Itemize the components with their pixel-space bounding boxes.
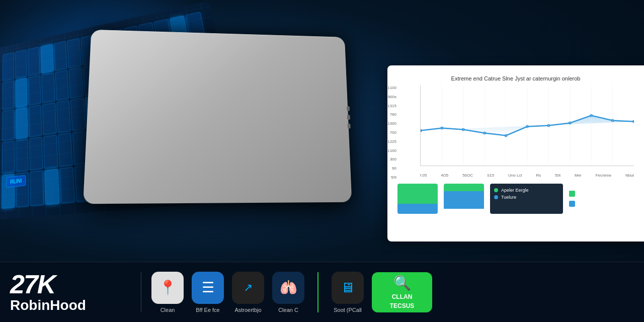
legend-dot-blue	[494, 195, 498, 199]
cta-button[interactable]: 🔍 CLLAN TECSUS	[372, 272, 432, 312]
keyboard-key	[16, 107, 28, 139]
keyboard-key	[15, 77, 27, 108]
bar-bottom-2	[444, 191, 484, 209]
keyboard-key	[40, 44, 53, 73]
app-label-clean-c: Clean C	[278, 307, 298, 313]
legend-right: — Slur — SEVURS	[569, 184, 634, 214]
legend-item-slur: — Slur	[569, 191, 634, 197]
keyboard-key	[30, 171, 44, 206]
tablet-ports	[347, 106, 351, 128]
brand-divider	[141, 272, 141, 312]
keyboard-key	[15, 49, 27, 78]
cta-text-line1: CLLAN	[392, 293, 413, 300]
keyboard-key	[56, 100, 71, 133]
chart-bar-2	[444, 184, 484, 214]
app-label-soot: Soot (PCall	[334, 307, 362, 313]
tablet-port-2	[347, 115, 350, 120]
chart-svg	[421, 86, 634, 166]
apps-row: 📍 Clean ☰ Bff Ee fce ↗ Astroertbjo 🫁 Cle…	[151, 272, 634, 313]
cta-icon: 🔍	[393, 275, 411, 291]
keyboard-key	[53, 41, 67, 71]
app-item-bff[interactable]: ☰ Bff Ee fce	[192, 272, 224, 313]
app-item-clean[interactable]: 📍 Clean	[151, 272, 184, 313]
legend-color-slur	[569, 191, 575, 197]
keyboard-key	[3, 80, 14, 110]
svg-point-0	[421, 129, 422, 132]
app-label-bff: Bff Ee fce	[196, 307, 220, 313]
astro-icon-symbol: ↗	[244, 281, 253, 294]
chart-x-labels: f.05 4O5 50OC S15 Uno Lct Rs 50t Mer Fec…	[420, 171, 634, 180]
bar-bottom-1	[397, 204, 438, 214]
apps-separator	[317, 272, 318, 312]
bar-top-2	[444, 184, 484, 191]
keyboard-key	[2, 110, 14, 141]
keyboard-key	[55, 70, 69, 101]
app-label-astro: Astroertbjo	[234, 307, 261, 313]
tablet-port-3	[348, 124, 351, 129]
tablet-port-1	[347, 106, 350, 111]
cta-text-line2: TECSUS	[390, 302, 415, 309]
brand-number: 27K	[10, 271, 111, 297]
brand-section: 27K RobinHood	[10, 271, 111, 313]
soot-icon-symbol: 🖥	[341, 279, 355, 296]
tablet-device-image	[83, 30, 352, 204]
keyboard-key	[16, 139, 29, 173]
keyboard-key	[28, 47, 40, 76]
legend-row-2: Tuelure	[494, 195, 559, 200]
bff-icon-symbol: ☰	[202, 279, 214, 296]
chart-legend: Apeler Eergle Tuelure	[490, 184, 563, 214]
keyboard-key	[2, 141, 15, 174]
app-item-soot[interactable]: 🖥 Soot (PCall	[332, 272, 364, 313]
legend-color-sevurs	[569, 201, 575, 207]
legend-item-sevurs: — SEVURS	[569, 201, 634, 207]
app-icon-bff: ☰	[192, 272, 224, 304]
keyboard-key	[3, 52, 14, 81]
keyboard-key	[70, 98, 86, 131]
chart-area	[420, 86, 634, 166]
chart-title: Extreme end Catrue Slne Jyst ar caternur…	[397, 75, 634, 82]
keyboard-key	[29, 105, 42, 137]
keyboard-key	[68, 67, 84, 99]
keyboard-key	[41, 72, 55, 104]
keyboard-key	[59, 167, 75, 203]
keyboard-key	[44, 169, 59, 205]
app-icon-clean: 📍	[151, 272, 184, 304]
legend-label-1: Apeler Eergle	[501, 188, 529, 193]
clean-icon-symbol: 📍	[159, 279, 177, 296]
legend-text-sevurs: — SEVURS	[578, 201, 605, 207]
keyboard-key	[42, 103, 56, 135]
keyboard-key	[28, 75, 41, 106]
legend-dot-green	[494, 188, 498, 192]
app-item-clean-c[interactable]: 🫁 Clean C	[272, 272, 304, 313]
chart-y-labels: 1100 900s 1315 780 1000 700 1225 1100 30…	[387, 86, 396, 180]
brand-name: RobinHood	[10, 297, 111, 313]
chart-bar-1	[397, 184, 438, 214]
app-icon-clean-c: 🫁	[272, 272, 304, 304]
app-icon-astro: ↗	[232, 272, 264, 304]
chart-bottom: Apeler Eergle Tuelure — Slur — SEVURS	[397, 184, 634, 214]
chart-panel: Extreme end Catrue Slne Jyst ar caternur…	[387, 65, 644, 242]
svg-point-10	[632, 120, 634, 123]
legend-label-2: Tuelure	[501, 195, 516, 200]
keyboard-key	[43, 135, 58, 169]
bar-top-1	[397, 184, 438, 204]
bottom-bar: 27K RobinHood 📍 Clean ☰ Bff Ee fce ↗ Ast…	[0, 262, 644, 322]
keyboard-key	[58, 133, 73, 168]
keyboard-key	[67, 38, 82, 68]
app-label-clean: Clean	[160, 307, 175, 313]
keyboard-key	[29, 137, 43, 171]
app-icon-soot: 🖥	[332, 272, 364, 304]
legend-text-slur: — Slur	[578, 191, 594, 197]
laptop-badge: RLINI	[6, 175, 26, 188]
clean-c-icon-symbol: 🫁	[280, 279, 297, 296]
legend-row-1: Apeler Eergle	[494, 188, 559, 193]
app-item-astro[interactable]: ↗ Astroertbjo	[232, 272, 264, 313]
